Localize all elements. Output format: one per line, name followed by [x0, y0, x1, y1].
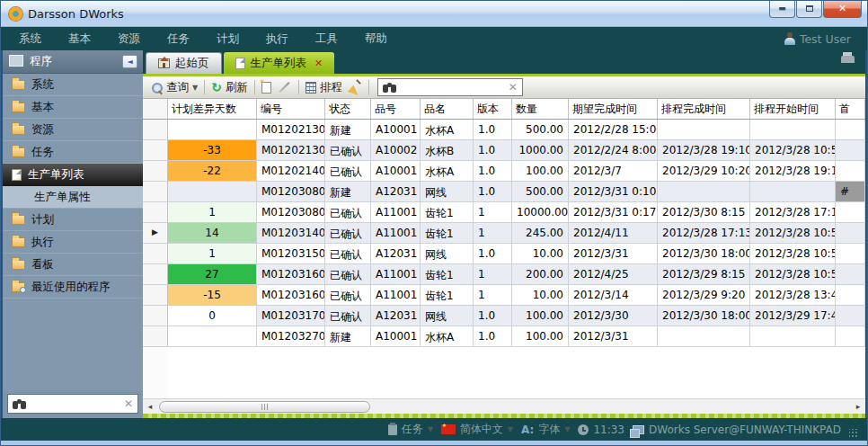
cell-code[interactable]: M012031501	[257, 244, 325, 263]
cell-diff[interactable]: -15	[168, 285, 257, 305]
cell-due[interactable]: 2012/3/7	[569, 161, 658, 181]
menu-item-任务[interactable]: 任务	[167, 31, 190, 47]
cell-qty[interactable]: 500.00	[512, 182, 569, 201]
cell-end[interactable]: 2012/3/29 9:20	[658, 285, 750, 305]
cell-status[interactable]: 已确认	[325, 264, 371, 284]
cell-ver[interactable]: 1.0	[474, 326, 512, 346]
grid-column-header-编号[interactable]: 编号	[257, 99, 325, 119]
cell-status[interactable]: 新建	[325, 326, 371, 346]
cell-diff[interactable]: 27	[168, 264, 257, 284]
grid-column-header-数量[interactable]: 数量	[512, 99, 569, 119]
sidebar-item-看板[interactable]: 看板	[3, 254, 143, 276]
cell-due[interactable]: 2012/4/11	[569, 223, 658, 243]
tab-生产单列表[interactable]: 生产单列表✕	[224, 52, 335, 74]
menu-item-帮助[interactable]: 帮助	[365, 31, 387, 47]
table-row[interactable]: M012032701新建A10001水杯A1.0100.002012/3/31	[143, 326, 865, 347]
cell-diff[interactable]	[168, 182, 257, 201]
table-row[interactable]: ▶14M012031402已确认A11001齿轮11245.002012/4/1…	[143, 223, 865, 244]
cell-status[interactable]: 已确认	[325, 140, 371, 160]
tab-close-icon[interactable]: ✕	[314, 58, 323, 69]
scrollbar-thumb[interactable]	[159, 401, 370, 413]
menu-item-系统[interactable]: 系统	[19, 31, 41, 47]
cell-diff[interactable]: 1	[168, 202, 257, 222]
query-button[interactable]: 查询 ▼	[151, 80, 198, 95]
cell-qty[interactable]: 100.00	[512, 306, 569, 326]
tasks-menu[interactable]: 任务 ▼	[388, 422, 433, 437]
table-row[interactable]: 1M012031501已确认A12031网线1.010.002012/3/312…	[143, 244, 865, 264]
cell-due[interactable]: 2012/3/31	[569, 244, 658, 263]
cell-start[interactable]: 2012/3/28 13:40	[750, 285, 836, 305]
language-menu[interactable]: 简体中文 ▼	[441, 422, 513, 437]
toolbar-search-clear-icon[interactable]: ✕	[509, 81, 518, 94]
sidebar-item-生产单列表[interactable]: 生产单列表	[3, 164, 143, 186]
cell-status[interactable]: 已确认	[325, 285, 371, 305]
grid-column-header-首[interactable]: 首	[836, 99, 865, 119]
cell-item[interactable]: A12031	[371, 306, 421, 326]
cell-code[interactable]: M012032701	[257, 326, 325, 346]
cell-start[interactable]	[750, 120, 836, 139]
cell-end[interactable]	[658, 182, 750, 201]
cell-due[interactable]: 2012/3/30	[569, 306, 658, 326]
menu-item-计划[interactable]: 计划	[217, 31, 239, 47]
cell-ver[interactable]: 1	[474, 264, 512, 284]
table-row[interactable]: -33M012021302已确认A10002水杯B1.01000.002012/…	[143, 140, 865, 161]
cell-qty[interactable]: 500.00	[512, 120, 569, 139]
cell-due[interactable]: 2012/3/31	[569, 326, 658, 346]
cell-name[interactable]: 齿轮1	[421, 285, 474, 305]
new-document-button[interactable]	[261, 82, 271, 94]
cell-item[interactable]: A11001	[371, 285, 421, 305]
menu-item-基本[interactable]: 基本	[68, 31, 91, 47]
sidebar-item-生产单属性[interactable]: 生产单属性	[3, 186, 143, 209]
cell-diff[interactable]: 1	[168, 244, 257, 263]
sidebar-search-clear-icon[interactable]: ✕	[124, 397, 133, 410]
cell-item[interactable]: A11001	[371, 264, 421, 284]
cell-qty[interactable]: 200.00	[512, 264, 569, 284]
horizontal-scrollbar[interactable]: ◂ ▸	[143, 398, 865, 414]
cell-end[interactable]	[658, 120, 750, 139]
table-row[interactable]: 1M012030802已确认A11001齿轮1110000.002012/3/3…	[143, 202, 865, 223]
refresh-button[interactable]: ↻ 刷新	[211, 80, 248, 95]
cell-start[interactable]: 2012/3/28 10:52	[750, 140, 836, 160]
cell-ver[interactable]: 1.0	[474, 120, 512, 139]
cell-extra[interactable]	[836, 140, 865, 160]
cell-extra[interactable]	[836, 306, 865, 326]
toolbar-search-input[interactable]	[400, 81, 505, 94]
table-row[interactable]: M012021301新建A10001水杯A1.0500.002012/2/28 …	[143, 120, 865, 140]
cell-item[interactable]: A12031	[371, 244, 421, 263]
cell-name[interactable]: 齿轮1	[421, 202, 474, 222]
sidebar-item-最近使用的程序[interactable]: 最近使用的程序	[3, 276, 143, 299]
cell-name[interactable]: 水杯B	[421, 140, 474, 160]
cell-start[interactable]: 2012/3/28 19:10	[750, 161, 836, 181]
cell-start[interactable]: 2012/3/28 10:52	[750, 223, 836, 243]
sidebar-item-基本[interactable]: 基本	[3, 96, 143, 119]
close-button[interactable]: ✕	[823, 1, 862, 18]
cell-name[interactable]: 水杯A	[421, 161, 474, 181]
grid-column-header-品名[interactable]: 品名	[421, 99, 474, 119]
cell-start[interactable]: 2012/3/28 17:13	[750, 202, 836, 222]
cell-extra[interactable]	[836, 161, 865, 181]
grid-column-header-品号[interactable]: 品号	[371, 99, 421, 119]
cell-start[interactable]: 2012/3/29 17:46	[750, 306, 836, 326]
cell-name[interactable]: 水杯A	[421, 120, 474, 139]
cell-ver[interactable]: 1.0	[474, 140, 512, 160]
cell-ver[interactable]: 1	[474, 202, 512, 222]
cell-qty[interactable]: 245.00	[512, 223, 569, 243]
scroll-left-icon[interactable]: ◂	[143, 402, 157, 411]
cell-status[interactable]: 已确认	[325, 223, 371, 243]
maximize-button[interactable]	[796, 1, 822, 18]
language-dropdown-icon[interactable]: ▼	[508, 425, 513, 433]
minimize-button[interactable]: ▬	[769, 1, 795, 18]
sidebar-item-计划[interactable]: 计划	[3, 209, 143, 231]
tasks-dropdown-icon[interactable]: ▼	[428, 425, 433, 433]
cell-code[interactable]: M012021302	[257, 140, 325, 160]
cell-end[interactable]: 2012/3/29 10:20	[658, 161, 750, 181]
cell-due[interactable]: 2012/2/24 8:00	[569, 140, 658, 160]
table-row[interactable]: M012030801新建A12031网线1.0500.002012/3/31 0…	[143, 182, 865, 202]
table-row[interactable]: -22M012021401已确认A10001水杯A1.0100.002012/3…	[143, 161, 865, 182]
cell-diff[interactable]: 0	[168, 306, 257, 326]
cell-item[interactable]: A10002	[371, 140, 421, 160]
cell-end[interactable]: 2012/3/30 8:15	[658, 202, 750, 222]
cell-status[interactable]: 新建	[325, 182, 371, 201]
font-menu[interactable]: A: 字体 ▼	[521, 422, 570, 437]
grid-column-header-期望完成时间[interactable]: 期望完成时间	[569, 99, 658, 119]
